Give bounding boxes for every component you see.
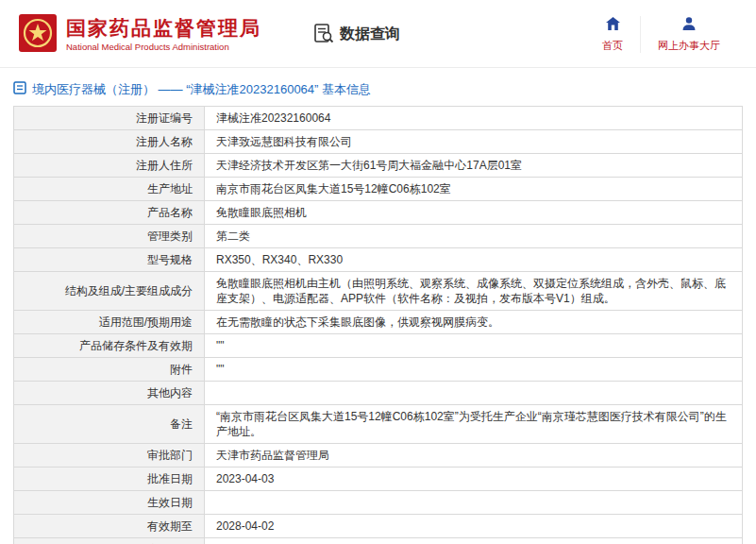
- header-nav: 首页 网上办事大厅: [585, 16, 737, 53]
- row-label: 注册人名称: [14, 130, 205, 154]
- table-row: 注册人名称天津致远慧图科技有限公司: [14, 130, 743, 154]
- row-label: 批准日期: [14, 468, 205, 491]
- row-label: 产品名称: [14, 201, 205, 225]
- row-value: RX350、RX340、RX330: [205, 248, 743, 272]
- row-label: 生效日期: [14, 491, 205, 515]
- row-value: [205, 382, 743, 405]
- row-label: 产品储存条件及有效期: [14, 334, 205, 358]
- table-row: 产品名称免散瞳眼底照相机: [14, 201, 743, 225]
- row-label: 型号规格: [14, 248, 205, 272]
- document-icon: [13, 81, 26, 98]
- row-label: 有效期至: [14, 515, 205, 538]
- table-row: 其他内容: [14, 382, 743, 405]
- row-label: 备注: [14, 405, 205, 444]
- page-header: 国家药品监督管理局 National Medical Products Admi…: [0, 0, 756, 68]
- data-query-block[interactable]: 数据查询: [313, 23, 400, 47]
- nav-service-hall-label: 网上办事大厅: [658, 39, 720, 53]
- row-value: 津械注准20232160064: [205, 107, 743, 130]
- nav-home[interactable]: 首页: [585, 16, 640, 53]
- table-row: 产品储存条件及有效期"": [14, 334, 743, 358]
- row-value: [205, 538, 743, 544]
- row-value: 在无需散瞳的状态下采集眼底图像，供观察视网膜病变。: [205, 311, 743, 334]
- row-value: "": [205, 334, 743, 358]
- row-label: 其他内容: [14, 382, 205, 405]
- table-row: 型号规格RX350、RX340、RX330: [14, 248, 743, 272]
- table-row: 结构及组成/主要组成成分免散瞳眼底照相机由主机（由照明系统、观察系统、成像系统、…: [14, 272, 743, 311]
- row-value: 天津经济技术开发区第一大街61号周大福金融中心17A层01室: [205, 154, 743, 178]
- table-row: 注册人住所天津经济技术开发区第一大街61号周大福金融中心17A层01室: [14, 154, 743, 178]
- row-value: 免散瞳眼底照相机: [205, 201, 743, 225]
- row-label: 适用范围/预期用途: [14, 311, 205, 334]
- table-row: 审批部门天津市药品监督管理局: [14, 444, 743, 468]
- org-title-block: 国家药品监督管理局 National Medical Products Admi…: [66, 17, 261, 52]
- page-title: 境内医疗器械（注册） —— “津械注准20232160064” 基本信息: [32, 81, 371, 98]
- table-row: 有效期至2028-04-02: [14, 515, 743, 538]
- nav-home-label: 首页: [602, 39, 623, 53]
- nmpa-emblem: [19, 14, 57, 56]
- row-value: 天津市药品监督管理局: [205, 444, 743, 468]
- table-row: 注册证编号津械注准20232160064: [14, 107, 743, 130]
- table-row: 附件"": [14, 358, 743, 382]
- row-label: 审批部门: [14, 444, 205, 468]
- row-label: 注册证编号: [14, 107, 205, 130]
- info-table-body: 注册证编号津械注准20232160064注册人名称天津致远慧图科技有限公司注册人…: [14, 107, 743, 544]
- data-query-icon: [313, 23, 334, 47]
- table-row: 管理类别第二类: [14, 225, 743, 248]
- row-value: "": [205, 358, 743, 382]
- row-label: 管理类别: [14, 225, 205, 248]
- person-icon: [681, 16, 697, 35]
- row-label: 生产地址: [14, 178, 205, 201]
- table-row: 备注“南京市雨花台区凤集大道15号12幢C06栋102室”为受托生产企业“南京瑾…: [14, 405, 743, 444]
- breadcrumb: 境内医疗器械（注册） —— “津械注准20232160064” 基本信息: [13, 81, 743, 98]
- row-label: 结构及组成/主要组成成分: [14, 272, 205, 311]
- table-row: 批准日期2023-04-03: [14, 468, 743, 491]
- data-query-label: 数据查询: [340, 25, 400, 44]
- row-label: 注册人住所: [14, 154, 205, 178]
- table-row: 适用范围/预期用途在无需散瞳的状态下采集眼底图像，供观察视网膜病变。: [14, 311, 743, 334]
- row-value: 免散瞳眼底照相机由主机（由照明系统、观察系统、成像系统、双摄定位系统组成，含外壳…: [205, 272, 743, 311]
- org-name-en: National Medical Products Administration: [66, 42, 261, 52]
- table-row: 生产地址南京市雨花台区凤集大道15号12幢C06栋102室: [14, 178, 743, 201]
- row-label: 附件: [14, 358, 205, 382]
- registration-info-table: 注册证编号津械注准20232160064注册人名称天津致远慧图科技有限公司注册人…: [13, 106, 743, 544]
- table-row: 变更情况: [14, 538, 743, 544]
- table-row: 生效日期: [14, 491, 743, 515]
- row-value: 第二类: [205, 225, 743, 248]
- nav-service-hall[interactable]: 网上办事大厅: [640, 16, 737, 53]
- row-value: [205, 491, 743, 515]
- row-value: 2028-04-02: [205, 515, 743, 538]
- row-value: “南京市雨花台区凤集大道15号12幢C06栋102室”为受托生产企业“南京瑾芯慧…: [205, 405, 743, 444]
- home-icon: [605, 16, 621, 35]
- row-label: 变更情况: [14, 538, 205, 544]
- org-name-cn: 国家药品监督管理局: [66, 17, 261, 40]
- row-value: 2023-04-03: [205, 468, 743, 491]
- row-value: 天津致远慧图科技有限公司: [205, 130, 743, 154]
- row-value: 南京市雨花台区凤集大道15号12幢C06栋102室: [205, 178, 743, 201]
